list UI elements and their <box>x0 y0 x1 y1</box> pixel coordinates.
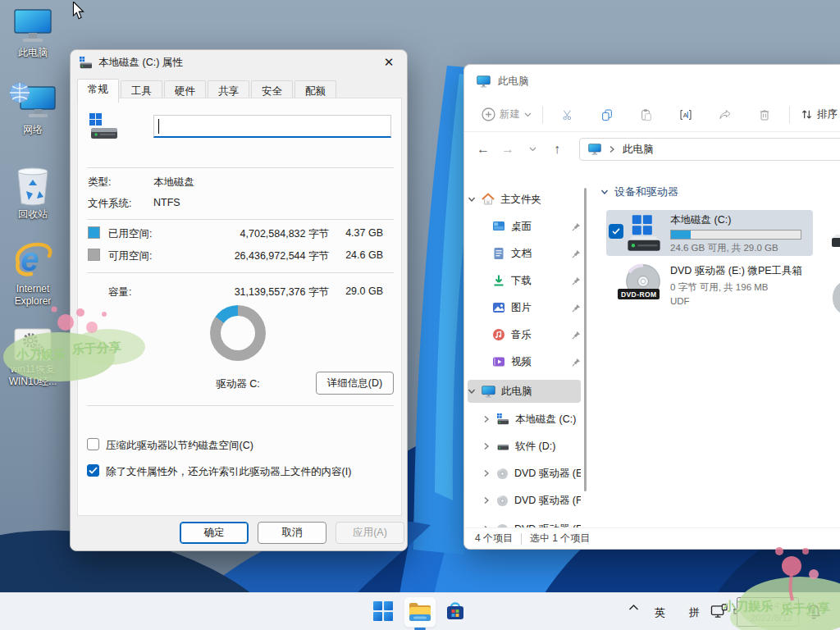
delete-button[interactable] <box>753 103 776 126</box>
chevron-down-icon[interactable] <box>468 195 476 203</box>
sort-arrows-icon <box>801 108 813 121</box>
rename-icon: A <box>679 107 692 123</box>
drive-icon <box>496 413 509 425</box>
desktop-icon-recycle-bin[interactable]: 回收站 <box>0 167 66 221</box>
apply-button[interactable]: 应用(A) <box>336 522 404 544</box>
sidebar-item-drive-d[interactable]: 软件 (D:) <box>468 435 581 458</box>
sidebar-scrollbar[interactable] <box>584 188 587 491</box>
cancel-button[interactable]: 取消 <box>258 522 326 544</box>
document-icon <box>492 247 505 260</box>
items-count: 4 个项目 <box>475 532 513 546</box>
capacity-label: 容量: <box>108 285 131 299</box>
sidebar-item-music[interactable]: 音乐 <box>468 323 581 346</box>
volume-label-input[interactable] <box>153 115 391 138</box>
properties-dialog: 本地磁盘 (C:) 属性 ✕ 常规 工具 硬件 共享 安全 配额 类型: <box>70 49 408 551</box>
free-size: 24.6 GB <box>334 249 383 261</box>
details-button[interactable]: 详细信息(D) <box>316 372 394 395</box>
ime-pinyin-indicator[interactable]: 拼 <box>684 605 705 621</box>
ime-latin-indicator[interactable]: 英 <box>650 605 670 621</box>
devices-section-header[interactable]: 设备和驱动器 <box>600 185 678 199</box>
chevron-right-icon <box>608 145 616 153</box>
drive-icon <box>496 441 509 452</box>
index-checkbox-label[interactable]: 除了文件属性外，还允许索引此驱动器上文件的内容(I) <box>106 465 351 479</box>
disk-usage-donut-chart <box>210 305 266 361</box>
cut-button[interactable] <box>556 103 579 126</box>
desktop-icon-this-pc[interactable]: 此电脑 <box>0 8 66 59</box>
file-explorer-taskbar-button[interactable] <box>404 596 436 628</box>
sidebar-item-desktop[interactable]: 桌面 <box>468 215 581 238</box>
forward-icon[interactable]: → <box>495 141 520 158</box>
tray-time: 14:55 <box>743 600 792 612</box>
desktop-icon-network[interactable]: 网络 <box>0 82 66 136</box>
explorer-window: 此电脑 新建 A <box>463 64 840 550</box>
sidebar-item-drive-c[interactable]: 本地磁盘 (C:) <box>468 408 581 431</box>
sidebar-item-documents[interactable]: 文档 <box>468 242 581 265</box>
sidebar-item-videos[interactable]: 视频 <box>468 350 581 373</box>
pictures-icon <box>492 301 505 314</box>
rename-button[interactable]: A <box>674 103 697 126</box>
copy-button[interactable] <box>596 103 619 126</box>
chevron-right-icon[interactable] <box>482 415 491 423</box>
paste-button[interactable] <box>635 103 658 126</box>
sidebar-item-label: 视频 <box>511 355 566 369</box>
sidebar-item-label: 桌面 <box>511 220 566 234</box>
compress-checkbox-label[interactable]: 压缩此驱动器以节约磁盘空间(C) <box>106 439 253 453</box>
breadcrumb[interactable]: 此电脑 <box>623 143 654 157</box>
capacity-bytes: 31,139,557,376 字节 <box>209 285 329 299</box>
network-tray-icon[interactable] <box>710 604 728 619</box>
copy-icon <box>600 107 614 123</box>
address-bar[interactable]: 此电脑 <box>579 138 840 161</box>
desktop-icon-win11-restore[interactable]: win11恢复 WIN10经... <box>0 328 66 388</box>
share-button[interactable] <box>714 103 737 126</box>
desktop: 此电脑 网络 回收站 e Internet Explorer <box>0 0 840 630</box>
sidebar-item-dvd-e[interactable]: DVD 驱动器 (E <box>468 462 581 485</box>
pin-icon <box>572 358 581 367</box>
back-icon[interactable]: ← <box>471 141 495 158</box>
home-icon <box>482 193 495 206</box>
chevron-right-icon[interactable] <box>482 469 491 477</box>
notification-bell-icon[interactable]: z <box>806 604 822 620</box>
tray-chevron-up-icon[interactable] <box>623 603 644 612</box>
svg-text:z: z <box>811 607 815 614</box>
trash-icon <box>758 107 771 123</box>
tab-general[interactable]: 常规 <box>77 79 119 103</box>
drive-tile-dvd-e[interactable]: DVD-ROM DVD 驱动器 (E:) 微PE工具箱 0 字节 可用, 共 1… <box>606 259 813 305</box>
index-checkbox[interactable] <box>87 464 99 477</box>
free-space-label: 可用空间: <box>108 249 152 263</box>
store-taskbar-button[interactable] <box>444 600 467 623</box>
chevron-down-icon[interactable] <box>468 387 476 395</box>
sidebar-item-label: 本地磁盘 (C:) <box>515 413 581 427</box>
drive-large-icon <box>626 213 662 253</box>
windows-logo-icon <box>372 600 395 623</box>
plus-circle-icon <box>482 107 495 121</box>
explorer-titlebar[interactable]: 此电脑 <box>464 65 840 98</box>
sidebar-item-downloads[interactable]: 下载 <box>468 269 581 292</box>
sidebar-item-this-pc[interactable]: 此电脑 <box>468 380 581 403</box>
check-icon <box>89 467 98 474</box>
sidebar-item-home[interactable]: 主文件夹 <box>468 188 581 211</box>
sort-button-label: 排序 <box>817 107 838 121</box>
section-header-label: 设备和驱动器 <box>614 185 678 199</box>
chevron-down-icon <box>600 188 609 196</box>
ok-button[interactable]: 确定 <box>180 522 249 544</box>
start-button[interactable] <box>372 600 395 623</box>
sidebar-item-dvd-f[interactable]: DVD 驱动器 (F <box>468 489 581 512</box>
up-icon[interactable]: ↑ <box>545 141 569 158</box>
sort-button[interactable]: 排序 <box>795 103 840 126</box>
gears-setup-icon <box>14 328 52 361</box>
chevron-right-icon[interactable] <box>482 496 491 504</box>
network-icon <box>9 82 57 121</box>
desktop-icon-internet-explorer[interactable]: e Internet Explorer <box>0 238 66 308</box>
clock[interactable]: 14:55 2022/8/12 <box>737 597 799 627</box>
dialog-titlebar[interactable]: 本地磁盘 (C:) 属性 <box>71 50 407 75</box>
close-icon[interactable]: ✕ <box>371 50 407 75</box>
drive-tile-c[interactable]: 本地磁盘 (C:) 24.6 GB 可用, 共 29.0 GB <box>606 210 813 256</box>
used-space-swatch <box>88 226 100 239</box>
this-pc-icon <box>482 386 495 398</box>
tile-checkbox[interactable] <box>609 224 623 239</box>
chevron-right-icon[interactable] <box>482 442 491 450</box>
history-chevron-icon[interactable] <box>520 146 545 153</box>
sidebar-item-pictures[interactable]: 图片 <box>468 296 581 319</box>
new-button[interactable]: 新建 <box>476 103 537 126</box>
compress-checkbox[interactable] <box>87 438 99 450</box>
